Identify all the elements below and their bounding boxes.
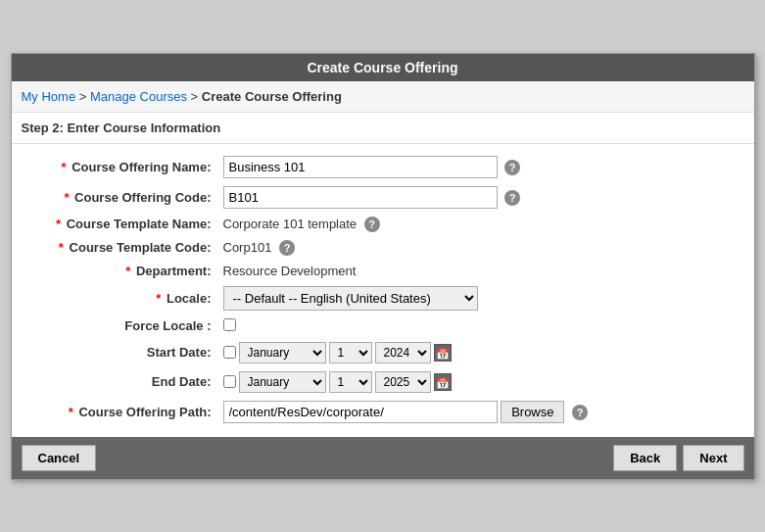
end-date-checkbox[interactable] [223,375,236,388]
row-end-date: End Date: JanuaryFebruaryMarch AprilMayJ… [22,367,744,397]
course-offering-code-help-icon[interactable]: ? [504,190,520,206]
required-star-3: * [56,217,61,231]
start-day-select[interactable]: 1234 5678 910 [329,342,372,363]
course-template-name-help-icon[interactable]: ? [364,217,380,232]
label-start-date: Start Date: [22,338,217,367]
label-end-date: End Date: [22,367,217,397]
form-table: * Course Offering Name: ? * Course Offer… [22,152,744,427]
label-course-offering-path: * Course Offering Path: [22,397,217,427]
end-year-select[interactable]: 202020212022 2023202420252026 [375,371,431,393]
required-star-5: * [125,264,130,278]
start-month-select[interactable]: JanuaryFebruaryMarch AprilMayJune JulyAu… [239,342,326,363]
breadcrumb-sep1: > [79,89,90,104]
next-button[interactable]: Next [683,445,743,471]
row-course-template-code: * Course Template Code: Corp101 ? [22,236,744,260]
breadcrumb-sep2: > [191,89,202,104]
row-course-offering-code: * Course Offering Code: ? [22,182,744,213]
step-label: Step 2: Enter Course Information [12,113,754,141]
browse-button[interactable]: Browse [501,401,564,423]
label-course-template-name: * Course Template Name: [22,213,217,236]
label-force-locale: Force Locale : [22,314,217,338]
row-course-template-name: * Course Template Name: Corporate 101 te… [22,213,744,236]
locale-select[interactable]: -- Default -- English (United States) En… [223,286,478,311]
required-star-2: * [64,190,69,205]
start-year-select[interactable]: 202020212022 2023202420252026 [375,342,431,363]
row-course-offering-name: * Course Offering Name: ? [22,152,744,182]
create-course-dialog: Create Course Offering My Home > Manage … [11,53,755,480]
footer: Cancel Back Next [12,437,754,479]
force-locale-checkbox[interactable] [223,318,236,331]
end-day-select[interactable]: 1234 5678 910 [329,371,372,393]
end-month-select[interactable]: JanuaryFebruaryMarch AprilMayJune JulyAu… [239,371,326,393]
start-calendar-icon[interactable]: 📅 [434,344,452,362]
course-offering-code-input[interactable] [223,186,498,209]
back-button[interactable]: Back [613,445,677,471]
breadcrumb-manage[interactable]: Manage Courses [90,89,187,104]
row-department: * Department: Resource Development [22,260,744,282]
breadcrumb-home[interactable]: My Home [22,89,76,104]
row-course-offering-path: * Course Offering Path: Browse ? [22,397,744,427]
label-course-offering-code: * Course Offering Code: [22,182,217,213]
footer-right: Back Next [613,445,743,471]
course-template-name-value: Corporate 101 template [223,217,358,231]
breadcrumb-current: Create Course Offering [202,89,342,104]
department-value: Resource Development [223,264,357,278]
label-department: * Department: [22,260,217,282]
course-template-code-value: Corp101 [223,240,272,255]
row-start-date: Start Date: JanuaryFebruaryMarch AprilMa… [22,338,744,367]
end-calendar-icon[interactable]: 📅 [434,373,452,391]
label-locale: * Locale: [22,282,217,314]
required-star: * [62,160,67,174]
required-star-6: * [156,291,161,306]
course-template-code-help-icon[interactable]: ? [279,240,295,256]
end-date-row: JanuaryFebruaryMarch AprilMayJune JulyAu… [223,371,739,393]
required-star-4: * [59,240,64,255]
row-locale: * Locale: -- Default -- English (United … [22,282,744,314]
dialog-title: Create Course Offering [12,54,754,81]
course-offering-name-help-icon[interactable]: ? [504,160,520,175]
start-date-row: JanuaryFebruaryMarch AprilMayJune JulyAu… [223,342,739,363]
label-course-template-code: * Course Template Code: [22,236,217,260]
course-offering-path-help-icon[interactable]: ? [572,405,588,420]
breadcrumb: My Home > Manage Courses > Create Course… [12,81,754,113]
row-force-locale: Force Locale : [22,314,744,338]
required-star-7: * [69,405,73,419]
form-area: * Course Offering Name: ? * Course Offer… [12,146,754,437]
cancel-button[interactable]: Cancel [22,445,97,471]
start-date-checkbox[interactable] [223,346,236,359]
label-course-offering-name: * Course Offering Name: [22,152,217,182]
course-offering-path-input[interactable] [223,401,498,423]
footer-left: Cancel [22,445,97,471]
course-offering-name-input[interactable] [223,156,498,178]
